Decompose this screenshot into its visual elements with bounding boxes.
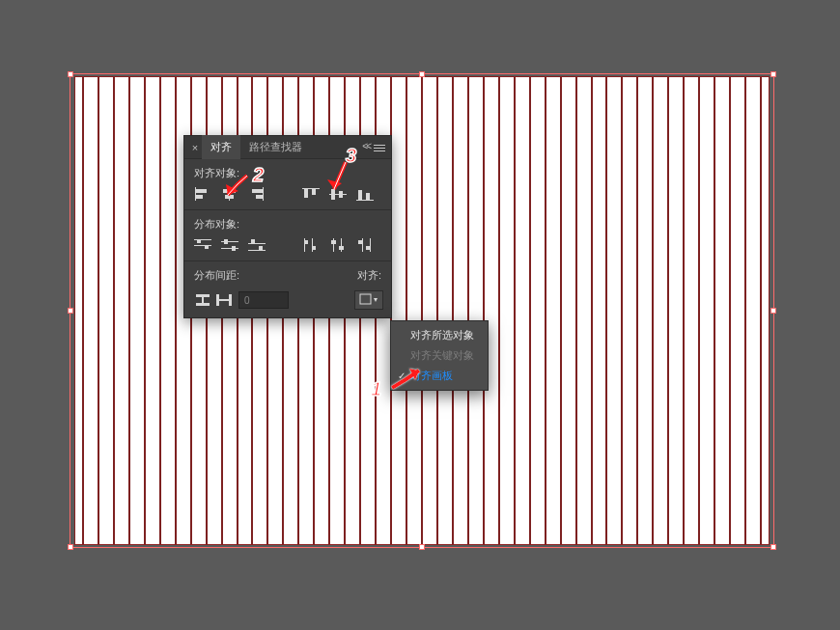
resize-handle-se[interactable]	[770, 544, 776, 550]
resize-handle-e[interactable]	[770, 308, 776, 314]
row-bottom: 0	[184, 285, 391, 317]
dist-vspacing-icon[interactable]	[192, 291, 213, 309]
label-align-to: 对齐:	[333, 261, 391, 285]
svg-rect-7	[252, 189, 264, 193]
tab-align[interactable]: 对齐	[202, 135, 240, 159]
row-distribute-objects	[184, 233, 391, 260]
svg-rect-25	[232, 246, 236, 251]
dist-hcenter-icon[interactable]	[327, 236, 349, 254]
svg-rect-24	[224, 239, 228, 244]
align-vcenter-icon[interactable]	[327, 185, 349, 203]
dist-left-icon[interactable]	[300, 236, 322, 254]
popup-align-artboard[interactable]: ✓对齐画板	[391, 366, 488, 386]
resize-handle-w[interactable]	[68, 308, 73, 314]
resize-handle-sw[interactable]	[68, 544, 73, 550]
svg-rect-17	[366, 193, 370, 201]
svg-rect-14	[339, 191, 343, 198]
svg-rect-36	[331, 240, 336, 244]
svg-rect-27	[248, 250, 266, 251]
tab-pathfinder[interactable]: 路径查找器	[240, 135, 311, 159]
resize-handle-ne[interactable]	[770, 71, 776, 77]
align-hcenter-icon[interactable]	[219, 185, 240, 203]
align-top-icon[interactable]	[300, 185, 322, 203]
align-to-popup[interactable]: 对齐所选对象 对齐关键对象 ✓对齐画板	[390, 320, 489, 391]
svg-rect-40	[358, 240, 363, 244]
panel-menu-icon[interactable]	[374, 143, 385, 153]
close-icon[interactable]: ×	[188, 142, 202, 153]
svg-rect-1	[195, 189, 207, 193]
label-distribute-objects: 分布对象:	[184, 210, 391, 233]
align-panel[interactable]: × 对齐 路径查找器 << 对齐对象: 分布对象:	[183, 135, 392, 318]
align-to-dropdown[interactable]	[354, 290, 383, 310]
svg-rect-43	[196, 303, 210, 306]
checkmark-icon: ✓	[397, 370, 406, 381]
svg-rect-45	[216, 294, 219, 306]
label-distribute-spacing: 分布间距:	[184, 261, 333, 285]
collapse-icon[interactable]: <<	[362, 141, 370, 151]
svg-rect-42	[196, 294, 210, 297]
svg-rect-4	[223, 189, 236, 193]
svg-rect-20	[197, 239, 201, 243]
align-left-icon[interactable]	[192, 185, 213, 203]
svg-rect-23	[221, 248, 238, 249]
dist-vcenter-icon[interactable]	[219, 236, 240, 254]
svg-rect-29	[259, 246, 263, 251]
svg-rect-13	[331, 189, 335, 200]
artboard-selection	[75, 77, 769, 544]
svg-rect-26	[248, 243, 266, 244]
label-align-objects: 对齐对象:	[184, 159, 391, 182]
svg-rect-5	[225, 195, 234, 199]
resize-handle-s[interactable]	[419, 544, 425, 550]
svg-rect-21	[205, 245, 209, 249]
artboard[interactable]	[75, 77, 769, 544]
spacing-input[interactable]: 0	[238, 291, 289, 309]
svg-rect-18	[194, 239, 211, 240]
svg-rect-10	[304, 188, 308, 198]
svg-rect-22	[221, 241, 238, 242]
svg-rect-33	[312, 246, 316, 250]
svg-rect-8	[256, 195, 264, 199]
spacing-value: 0	[244, 295, 250, 306]
align-right-icon[interactable]	[246, 185, 267, 203]
dist-bottom-icon[interactable]	[246, 236, 267, 254]
dist-top-icon[interactable]	[192, 236, 213, 254]
svg-rect-2	[195, 195, 203, 199]
svg-rect-47	[219, 299, 229, 301]
svg-rect-41	[366, 246, 371, 250]
vertical-stripes-group[interactable]	[75, 77, 769, 544]
svg-rect-44	[202, 297, 204, 303]
svg-rect-19	[194, 245, 211, 246]
svg-rect-46	[229, 294, 232, 306]
svg-marker-49	[374, 298, 378, 302]
svg-rect-32	[304, 240, 308, 244]
svg-rect-48	[360, 294, 371, 304]
svg-rect-28	[251, 239, 255, 244]
popup-align-key-object: 对齐关键对象	[391, 345, 488, 366]
panel-header: × 对齐 路径查找器 <<	[184, 136, 391, 159]
row-align-objects	[184, 182, 391, 209]
dist-hspacing-icon[interactable]	[213, 291, 235, 309]
resize-handle-nw[interactable]	[68, 71, 73, 77]
align-bottom-icon[interactable]	[354, 185, 376, 203]
svg-rect-16	[358, 190, 362, 201]
svg-rect-11	[312, 188, 316, 195]
popup-align-selection[interactable]: 对齐所选对象	[391, 325, 488, 345]
svg-rect-37	[339, 246, 344, 250]
dist-right-icon[interactable]	[354, 236, 376, 254]
